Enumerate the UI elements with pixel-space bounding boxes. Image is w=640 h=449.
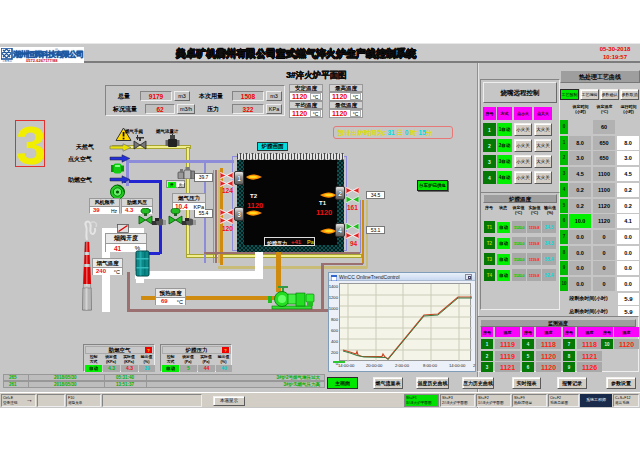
svg-text:人民电器: 人民电器 bbox=[2, 59, 13, 63]
